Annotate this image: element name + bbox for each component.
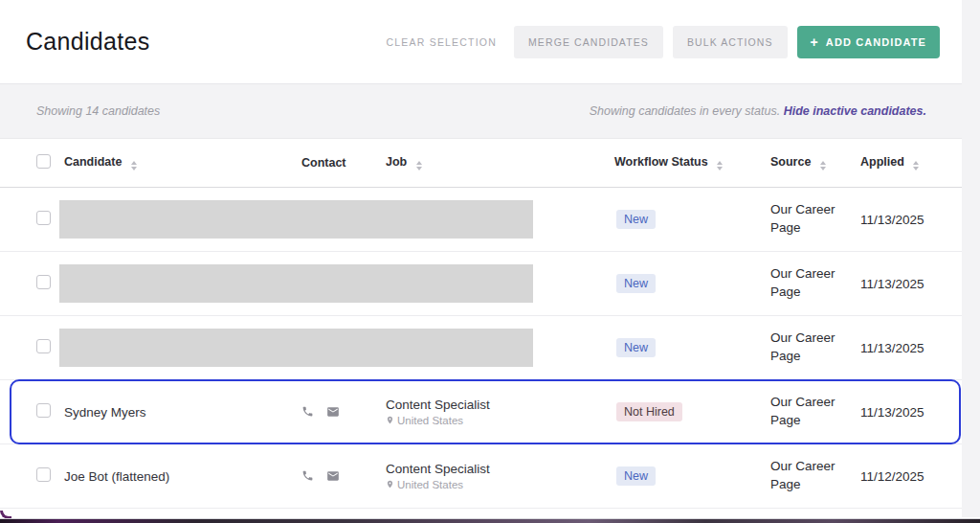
status-cell: Not Hired — [614, 402, 770, 421]
column-header-applied[interactable]: Applied — [860, 155, 962, 171]
table-row[interactable]: Sydney Myers Content Specialist United S… — [0, 380, 962, 444]
table-row[interactable]: New Our Career Page 11/13/2025 — [0, 316, 962, 380]
location-pin-icon — [386, 479, 394, 490]
job-location-row: United States — [386, 479, 614, 490]
candidate-name[interactable]: Joe Bot (flattened) — [64, 469, 294, 484]
status-badge[interactable]: New — [616, 466, 656, 486]
add-candidate-button[interactable]: + ADD CANDIDATE — [797, 26, 940, 58]
link-suffix: . — [924, 104, 926, 118]
sort-icon — [717, 161, 723, 171]
bottom-edge-strip — [0, 518, 980, 523]
status-badge[interactable]: New — [616, 210, 656, 229]
email-icon[interactable] — [326, 405, 340, 419]
job-location: United States — [397, 415, 463, 426]
source-cell: Our Career Page — [770, 458, 860, 494]
status-cell: New — [614, 210, 770, 229]
source-cell: Our Career Page — [770, 330, 860, 366]
row-checkbox[interactable] — [36, 403, 51, 418]
clear-selection-button[interactable]: CLEAR SELECTION — [379, 27, 504, 57]
applied-date: 11/13/2025 — [860, 405, 962, 420]
select-all-cell — [36, 154, 64, 171]
source-cell: Our Career Page — [770, 265, 860, 302]
column-header-contact: Contact — [294, 156, 386, 170]
column-header-source[interactable]: Source — [770, 154, 860, 171]
results-count: Showing 14 candidates — [36, 104, 160, 118]
sort-icon — [416, 161, 422, 171]
add-candidate-label: ADD CANDIDATE — [826, 36, 926, 48]
column-header-candidate[interactable]: Candidate — [64, 155, 294, 171]
row-checkbox-cell — [36, 403, 64, 421]
page-title: Candidates — [26, 28, 149, 56]
status-cell: New — [614, 338, 770, 357]
select-all-checkbox[interactable] — [36, 154, 51, 169]
status-cell: New — [614, 466, 770, 486]
row-checkbox[interactable] — [36, 467, 51, 482]
status-badge[interactable]: Not Hired — [616, 402, 682, 421]
page-header: Candidates CLEAR SELECTION MERGE CANDIDA… — [0, 0, 962, 84]
job-location: United States — [397, 479, 463, 490]
table-row[interactable]: New Our Career Page 11/13/2025 — [0, 252, 962, 316]
row-checkbox-cell — [36, 467, 64, 485]
phone-icon[interactable] — [301, 405, 314, 419]
candidate-name[interactable]: Sydney Myers — [64, 405, 294, 420]
contact-cell — [294, 469, 386, 483]
source-cell: Our Career Page — [770, 201, 860, 238]
status-filter-text: Showing candidates in every status. — [590, 104, 784, 118]
email-icon[interactable] — [326, 469, 340, 483]
sort-icon — [913, 161, 919, 171]
redacted-candidate-block — [59, 200, 533, 239]
contact-cell — [294, 405, 386, 419]
job-title: Content Specialist — [386, 398, 614, 412]
column-header-job[interactable]: Job — [386, 155, 614, 171]
phone-icon[interactable] — [301, 469, 314, 483]
row-checkbox[interactable] — [36, 275, 51, 289]
bulk-actions-button[interactable]: BULK ACTIONS — [673, 26, 788, 58]
job-cell: Content Specialist United States — [386, 398, 614, 426]
candidates-page: Candidates CLEAR SELECTION MERGE CANDIDA… — [0, 0, 962, 523]
sort-icon — [131, 161, 137, 171]
sort-icon — [820, 161, 826, 171]
status-filter-summary: Showing candidates in every status. Hide… — [590, 104, 926, 118]
column-header-workflow-status[interactable]: Workflow Status — [614, 155, 770, 171]
table-body: New Our Career Page 11/13/2025 — [0, 188, 962, 509]
table-row[interactable]: New Our Career Page 11/13/2025 — [0, 188, 962, 252]
applied-date: 11/13/2025 — [860, 277, 962, 291]
source-cell: Our Career Page — [770, 394, 860, 430]
plus-icon: + — [811, 37, 819, 47]
header-actions: CLEAR SELECTION MERGE CANDIDATES BULK AC… — [379, 26, 940, 58]
summary-bar: Showing 14 candidates Showing candidates… — [0, 84, 962, 139]
location-pin-icon — [386, 415, 394, 426]
applied-date: 11/13/2025 — [860, 213, 962, 227]
hide-inactive-link[interactable]: Hide inactive candidates — [784, 104, 924, 118]
table-header-row: Candidate Contact Job Workflow Status So… — [0, 139, 962, 188]
merge-candidates-button[interactable]: MERGE CANDIDATES — [514, 26, 663, 58]
applied-date: 11/12/2025 — [860, 469, 962, 484]
candidates-table: Candidate Contact Job Workflow Status So… — [0, 139, 962, 509]
status-badge[interactable]: New — [616, 338, 656, 357]
row-checkbox[interactable] — [36, 211, 51, 225]
redacted-candidate-block — [59, 264, 533, 303]
job-location-row: United States — [386, 415, 614, 426]
redacted-candidate-block — [59, 329, 533, 367]
applied-date: 11/13/2025 — [860, 341, 962, 355]
scrollbar-track[interactable] — [962, 0, 980, 517]
job-title: Content Specialist — [386, 462, 614, 476]
status-cell: New — [614, 274, 770, 293]
table-row[interactable]: Joe Bot (flattened) Content Specialist U… — [0, 444, 962, 509]
row-checkbox[interactable] — [36, 339, 51, 353]
job-cell: Content Specialist United States — [386, 462, 614, 490]
status-badge[interactable]: New — [616, 274, 656, 293]
